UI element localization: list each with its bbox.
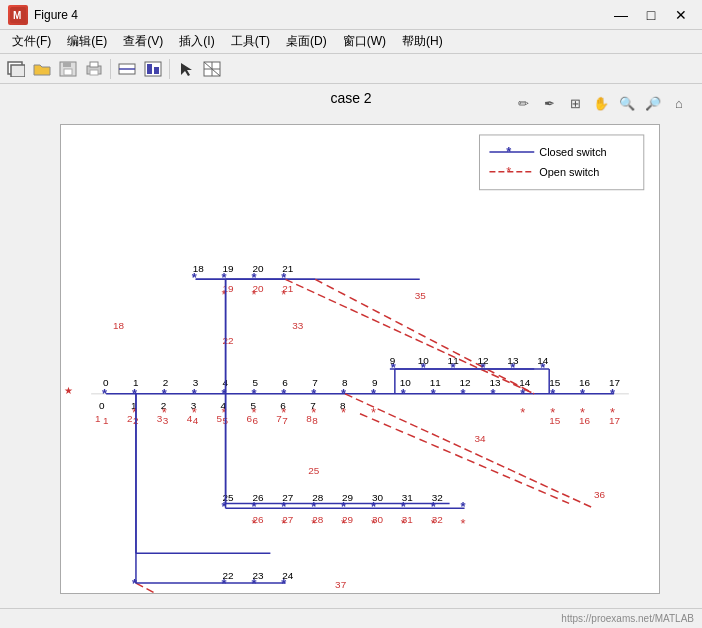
title-bar: M Figure 4 — □ ✕ [0, 0, 702, 30]
svg-text:32: 32 [432, 514, 444, 525]
svg-rect-3 [11, 65, 25, 77]
svg-text:23: 23 [252, 570, 264, 581]
svg-text:10: 10 [400, 377, 412, 388]
svg-text:11: 11 [430, 377, 442, 388]
window-title: Figure 4 [34, 8, 608, 22]
svg-text:18: 18 [113, 320, 125, 331]
save-fig-button[interactable]: ⊞ [564, 92, 586, 114]
svg-text:30: 30 [372, 514, 384, 525]
svg-text:31: 31 [402, 514, 414, 525]
home-button[interactable]: ⌂ [668, 92, 690, 114]
rotate-button[interactable] [200, 57, 224, 81]
svg-text:8: 8 [342, 377, 348, 388]
toolbar-right: ✏ ✒ ⊞ ✋ 🔍 🔎 ⌂ [512, 92, 690, 114]
zoom-out-button[interactable]: 🔎 [642, 92, 664, 114]
svg-text:24: 24 [282, 570, 294, 581]
svg-text:14: 14 [519, 377, 531, 388]
svg-text:17: 17 [609, 377, 621, 388]
toolbar-sep-1 [110, 59, 111, 79]
menu-help[interactable]: 帮助(H) [394, 31, 451, 52]
svg-text:8: 8 [312, 415, 318, 426]
svg-text:29: 29 [342, 492, 354, 503]
svg-text:1: 1 [95, 413, 101, 424]
svg-text:★: ★ [64, 385, 73, 396]
svg-text:20: 20 [252, 263, 264, 274]
svg-text:9: 9 [390, 355, 396, 366]
svg-text:Closed switch: Closed switch [539, 146, 606, 158]
svg-text:31: 31 [402, 492, 414, 503]
menu-edit[interactable]: 编辑(E) [59, 31, 115, 52]
svg-text:26: 26 [252, 514, 264, 525]
svg-text:0: 0 [103, 377, 109, 388]
svg-text:10: 10 [418, 355, 430, 366]
svg-text:26: 26 [252, 492, 264, 503]
svg-text:35: 35 [415, 290, 427, 301]
svg-text:30: 30 [372, 492, 384, 503]
svg-text:22: 22 [223, 570, 235, 581]
edit-plot-button[interactable]: ✏ [512, 92, 534, 114]
svg-text:*: * [506, 164, 511, 179]
svg-text:19: 19 [223, 263, 235, 274]
menu-view[interactable]: 查看(V) [115, 31, 171, 52]
svg-text:27: 27 [282, 514, 294, 525]
menu-tools[interactable]: 工具(T) [223, 31, 278, 52]
svg-text:37: 37 [335, 579, 347, 590]
svg-text:24: 24 [252, 590, 264, 593]
svg-text:5: 5 [252, 377, 258, 388]
menu-insert[interactable]: 插入(I) [171, 31, 222, 52]
svg-rect-13 [147, 64, 152, 74]
open-button[interactable] [30, 57, 54, 81]
minimize-button[interactable]: — [608, 5, 634, 25]
svg-rect-14 [154, 67, 159, 74]
pan-button[interactable]: ✋ [590, 92, 612, 114]
menu-file[interactable]: 文件(F) [4, 31, 59, 52]
svg-text:25: 25 [308, 465, 320, 476]
svg-text:15: 15 [549, 415, 561, 426]
svg-text:6: 6 [282, 377, 288, 388]
save-button[interactable] [56, 57, 80, 81]
svg-text:27: 27 [282, 492, 294, 503]
svg-line-189 [345, 394, 594, 509]
svg-text:34: 34 [475, 433, 487, 444]
svg-text:13: 13 [507, 355, 519, 366]
zoom-in-button[interactable]: 🔍 [616, 92, 638, 114]
svg-text:16: 16 [579, 377, 591, 388]
svg-text:19: 19 [223, 283, 235, 294]
link-plot-button[interactable] [115, 57, 139, 81]
select-button[interactable] [174, 57, 198, 81]
svg-text:1: 1 [103, 415, 109, 426]
svg-text:*: * [461, 516, 466, 531]
svg-text:22: 22 [223, 335, 235, 346]
close-button[interactable]: ✕ [668, 5, 694, 25]
svg-text:15: 15 [549, 377, 561, 388]
print-button[interactable] [82, 57, 106, 81]
menu-bar: 文件(F) 编辑(E) 查看(V) 插入(I) 工具(T) 桌面(D) 窗口(W… [0, 30, 702, 54]
plot-tools-button[interactable] [141, 57, 165, 81]
svg-text:*: * [461, 499, 467, 514]
menu-desktop[interactable]: 桌面(D) [278, 31, 335, 52]
svg-text:29: 29 [342, 514, 354, 525]
svg-text:21: 21 [282, 263, 294, 274]
svg-text:33: 33 [292, 320, 304, 331]
status-text: https://proexams.net/MATLAB [561, 613, 694, 624]
svg-text:7: 7 [312, 377, 318, 388]
svg-text:*: * [520, 405, 525, 420]
svg-text:17: 17 [609, 415, 621, 426]
menu-window[interactable]: 窗口(W) [335, 31, 394, 52]
status-bar: https://proexams.net/MATLAB [0, 608, 702, 628]
svg-text:14: 14 [537, 355, 549, 366]
svg-text:M: M [13, 10, 21, 21]
svg-text:32: 32 [432, 492, 444, 503]
figure-area: case 2 ✏ ✒ ⊞ ✋ 🔍 🔎 ⌂ [0, 84, 702, 628]
svg-text:28: 28 [312, 492, 324, 503]
pencil-button[interactable]: ✒ [538, 92, 560, 114]
svg-text:1: 1 [133, 377, 139, 388]
svg-text:25: 25 [223, 492, 235, 503]
svg-text:12: 12 [477, 355, 489, 366]
new-figure-button[interactable] [4, 57, 28, 81]
maximize-button[interactable]: □ [638, 5, 664, 25]
svg-text:18: 18 [193, 263, 205, 274]
svg-text:16: 16 [579, 415, 591, 426]
svg-text:*: * [610, 386, 616, 401]
svg-text:0: 0 [99, 400, 105, 411]
